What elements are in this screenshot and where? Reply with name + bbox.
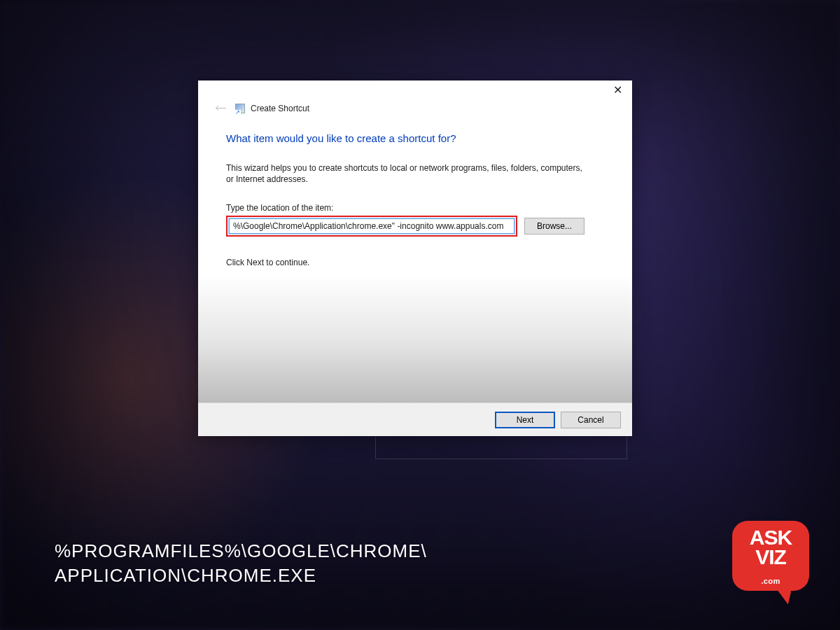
cancel-button[interactable]: Cancel — [561, 412, 621, 428]
overlay-caption: %PROGRAMFILES%\GOOGLE\CHROME\ APPLICATIO… — [55, 539, 427, 588]
shortcut-file-icon — [235, 104, 245, 113]
askviz-logo: ASK VIZ .com — [732, 521, 815, 610]
wizard-description: This wizard helps you to create shortcut… — [226, 162, 590, 185]
dialog-footer: Next Cancel — [198, 402, 632, 436]
location-input[interactable] — [229, 218, 514, 234]
continue-hint: Click Next to continue. — [226, 258, 604, 267]
wizard-heading: What item would you like to create a sho… — [226, 132, 604, 144]
caption-line-1: %PROGRAMFILES%\GOOGLE\CHROME\ — [55, 539, 427, 564]
logo-line-1: ASK — [732, 528, 809, 547]
dialog-titlebar: ✕ — [198, 80, 632, 102]
create-shortcut-dialog: ✕ 🡐 Create Shortcut What item would you … — [198, 80, 632, 436]
logo-line-2: VIZ — [732, 547, 809, 567]
close-icon[interactable]: ✕ — [610, 85, 625, 96]
next-button[interactable]: Next — [495, 412, 555, 428]
background-panel-outline — [375, 437, 627, 459]
dialog-body: What item would you like to create a sho… — [198, 120, 632, 402]
logo-bubble: ASK VIZ .com — [732, 521, 809, 591]
back-arrow-icon[interactable]: 🡐 — [211, 102, 231, 115]
dialog-title: Create Shortcut — [251, 104, 309, 113]
logo-text: ASK VIZ — [732, 528, 809, 566]
dialog-header: 🡐 Create Shortcut — [198, 102, 632, 120]
logo-subtext: .com — [732, 577, 809, 585]
browse-button[interactable]: Browse... — [524, 218, 584, 234]
caption-line-2: APPLICATION\CHROME.EXE — [55, 564, 427, 588]
location-field-label: Type the location of the item: — [226, 203, 604, 213]
location-input-highlight — [226, 216, 517, 237]
location-input-row: Browse... — [226, 216, 604, 237]
